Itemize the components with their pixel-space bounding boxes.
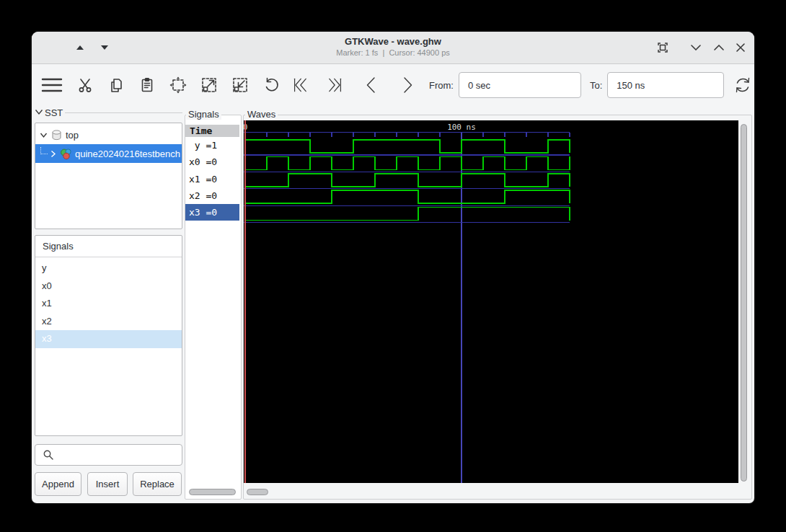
jump-to-start-button[interactable] — [293, 76, 312, 94]
db-icon — [50, 129, 63, 141]
copy-icon — [107, 76, 125, 94]
window-subtitle: Marker: 1 fs | Cursor: 44900 ps — [32, 48, 754, 58]
copy-button[interactable] — [107, 76, 125, 94]
signal-value-row-x1[interactable]: x1 =0 — [185, 171, 239, 187]
undo-icon — [262, 76, 280, 94]
chevron-left-icon — [364, 76, 377, 94]
expander-down-icon[interactable] — [40, 131, 48, 139]
signal-value-row-x2[interactable]: x2 =0 — [185, 187, 239, 204]
module-icon — [60, 148, 72, 160]
tree-node-label: quine20240216testbench — [75, 148, 180, 159]
fit-window-button[interactable] — [655, 40, 671, 55]
titlebar-text: GTKWave - wave.ghw Marker: 1 fs | Cursor… — [32, 35, 754, 58]
signal-list-item-y[interactable]: y — [35, 260, 182, 278]
expander-right-icon[interactable] — [49, 150, 57, 158]
gtkwave-window: GTKWave - wave.ghw Marker: 1 fs | Cursor… — [32, 32, 754, 503]
signal-value-row-x3[interactable]: x3 =0 — [185, 204, 239, 221]
maximize-button[interactable] — [711, 40, 727, 55]
minimize-button[interactable] — [688, 40, 704, 55]
fit-window-icon — [657, 42, 668, 53]
waves-vscrollbar-thumb[interactable] — [741, 124, 747, 482]
jump-to-start-icon — [293, 76, 312, 94]
from-label: From: — [429, 80, 454, 91]
paste-button[interactable] — [138, 76, 156, 94]
search-icon — [43, 449, 54, 461]
jump-to-end-icon — [324, 76, 343, 94]
signal-value-row-y[interactable]: y =1 — [185, 137, 239, 154]
tree-node-label: top — [66, 130, 79, 141]
chevron-down-icon — [691, 45, 701, 50]
menu-button[interactable] — [40, 76, 63, 94]
signal-list-header: Signals — [35, 236, 182, 257]
toolbar: From: To: — [32, 64, 754, 106]
triangle-down-icon — [100, 45, 109, 50]
undo-button[interactable] — [262, 76, 281, 94]
next-edge-button[interactable] — [399, 76, 418, 94]
zoom-out-icon — [231, 76, 250, 94]
signal-list-item-x1[interactable]: x1 — [35, 295, 182, 313]
menu-icon — [41, 77, 63, 93]
signals-hscrollbar-thumb[interactable] — [189, 489, 236, 495]
signal-list-panel: Signals yx0x1x2x3 — [35, 235, 182, 436]
zoom-in-button[interactable] — [200, 76, 218, 94]
search-input[interactable] — [58, 449, 188, 461]
waves-frame-label: Waves — [245, 109, 278, 120]
tree-node-testbench[interactable]: quine20240216testbench — [35, 144, 182, 163]
cut-icon — [76, 76, 94, 94]
jump-to-end-button[interactable] — [324, 76, 343, 94]
triangle-up-icon — [76, 45, 84, 50]
cut-button[interactable] — [76, 76, 94, 94]
signals-name-pane: Time y =1x0 =0x1 =0x2 =0x3 =0 — [185, 125, 239, 485]
zoom-out-button[interactable] — [231, 76, 250, 94]
sst-frame-line — [64, 112, 182, 113]
signal-search — [35, 444, 182, 466]
signals-frame-label: Signals — [186, 109, 221, 120]
reload-button[interactable] — [733, 76, 752, 94]
waves-hscrollbar-thumb[interactable] — [247, 489, 268, 495]
tree-node-top[interactable]: top — [35, 125, 182, 144]
append-button[interactable]: Append — [35, 472, 81, 496]
previous-edge-button[interactable] — [361, 76, 380, 94]
wave-canvas[interactable]: 0100 ns — [244, 120, 738, 483]
zoom-fit-icon — [169, 76, 187, 94]
desktop-background: { "window": { "title": "GTKWave - wave.g… — [0, 0, 786, 532]
to-label: To: — [590, 80, 602, 91]
chevron-right-icon — [402, 76, 415, 94]
replace-button[interactable]: Replace — [133, 472, 182, 496]
time-column-header: Time — [185, 125, 239, 137]
signal-value-row-x0[interactable]: x0 =0 — [185, 154, 239, 170]
signal-list-item-x3[interactable]: x3 — [35, 330, 182, 348]
tree-connector — [40, 147, 48, 154]
signal-list-item-x0[interactable]: x0 — [35, 278, 182, 296]
zoom-fit-button[interactable] — [169, 76, 187, 94]
window-title: GTKWave - wave.ghw — [32, 35, 754, 48]
scroll-down-button[interactable] — [97, 40, 112, 55]
titlebar[interactable]: GTKWave - wave.ghw Marker: 1 fs | Cursor… — [32, 32, 754, 64]
svg-text:100 ns: 100 ns — [447, 123, 476, 132]
close-button[interactable] — [733, 40, 749, 55]
sst-label: SST — [43, 107, 65, 118]
insert-button[interactable]: Insert — [87, 472, 128, 496]
signal-list-item-x2[interactable]: x2 — [35, 313, 182, 331]
reload-icon — [733, 76, 752, 94]
from-input[interactable] — [459, 72, 581, 98]
to-input[interactable] — [607, 72, 724, 98]
chevron-up-icon — [714, 45, 724, 50]
sst-tree: topquine20240216testbench — [35, 123, 182, 229]
scroll-up-button[interactable] — [72, 40, 88, 55]
waveform-plot: 0100 ns — [244, 120, 738, 483]
paste-icon — [138, 76, 156, 94]
zoom-in-icon — [200, 76, 218, 94]
close-icon — [736, 43, 745, 52]
